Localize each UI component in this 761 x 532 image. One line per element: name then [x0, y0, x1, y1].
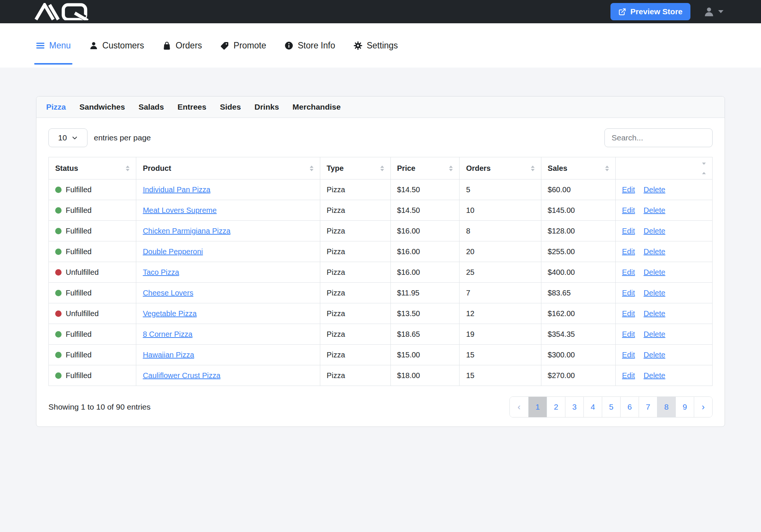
pagination-prev[interactable]: ‹ — [510, 397, 528, 417]
edit-link[interactable]: Edit — [622, 227, 635, 235]
person-icon — [89, 41, 98, 50]
pagination-page-9[interactable]: 9 — [675, 397, 694, 417]
tab-pizza[interactable]: Pizza — [46, 102, 66, 112]
nav-item-orders[interactable]: Orders — [162, 23, 202, 68]
nav-item-promote[interactable]: Promote — [220, 23, 266, 68]
delete-link[interactable]: Delete — [643, 227, 665, 235]
column-header-status[interactable]: Status — [49, 157, 136, 179]
pagination-page-6[interactable]: 6 — [620, 397, 639, 417]
product-link[interactable]: Hawaiian Pizza — [143, 351, 194, 359]
edit-link[interactable]: Edit — [622, 268, 635, 276]
tab-sides[interactable]: Sides — [220, 102, 241, 112]
pagination-page-7[interactable]: 7 — [639, 397, 657, 417]
pagination-page-5[interactable]: 5 — [602, 397, 620, 417]
nav-label: Promote — [234, 41, 266, 51]
delete-link[interactable]: Delete — [643, 185, 665, 194]
product-cell: 8 Corner Pizza — [136, 324, 320, 345]
product-cell: Cheese Lovers — [136, 283, 320, 303]
price-cell: $11.95 — [390, 283, 460, 303]
column-header-type[interactable]: Type — [320, 157, 390, 179]
price-cell: $13.50 — [390, 303, 460, 324]
pagination-page-4[interactable]: 4 — [583, 397, 602, 417]
preview-store-button[interactable]: Preview Store — [610, 3, 690, 20]
actions-cell: EditDelete — [615, 200, 712, 221]
product-link[interactable]: Vegetable Pizza — [143, 309, 196, 318]
column-header-product[interactable]: Product — [136, 157, 320, 179]
delete-link[interactable]: Delete — [643, 247, 665, 256]
column-header-orders[interactable]: Orders — [460, 157, 541, 179]
edit-link[interactable]: Edit — [622, 289, 635, 297]
delete-link[interactable]: Delete — [643, 351, 665, 359]
delete-link[interactable]: Delete — [643, 371, 665, 380]
product-link[interactable]: Cheese Lovers — [143, 289, 193, 297]
pagination-page-8[interactable]: 8 — [657, 397, 675, 417]
account-menu[interactable] — [703, 6, 723, 18]
status-cell: Fulfilled — [49, 221, 136, 241]
tab-sandwiches[interactable]: Sandwiches — [80, 102, 125, 112]
type-cell: Pizza — [320, 324, 390, 345]
product-link[interactable]: Chicken Parmigiana Pizza — [143, 227, 230, 235]
status-cell: Unfulfilled — [49, 262, 136, 283]
main-nav: Menu Customers Orders Promote Store Info — [0, 23, 761, 68]
status-dot — [55, 249, 62, 255]
edit-link[interactable]: Edit — [622, 351, 635, 359]
tab-salads[interactable]: Salads — [139, 102, 164, 112]
status-label: Fulfilled — [66, 206, 92, 214]
product-link[interactable]: 8 Corner Pizza — [143, 330, 192, 338]
pagination-next[interactable]: › — [694, 397, 712, 417]
tab-drinks[interactable]: Drinks — [255, 102, 279, 112]
delete-link[interactable]: Delete — [643, 330, 665, 338]
column-header-sales[interactable]: Sales — [541, 157, 615, 179]
pagination-page-3[interactable]: 3 — [565, 397, 583, 417]
price-cell: $14.50 — [390, 200, 460, 221]
table-row: Fulfilled Cheese Lovers Pizza $11.95 7 $… — [49, 283, 713, 303]
product-link[interactable]: Double Pepperoni — [143, 247, 203, 256]
price-cell: $14.50 — [390, 179, 460, 200]
status-label: Fulfilled — [66, 185, 92, 194]
pagination-page-1[interactable]: 1 — [528, 397, 547, 417]
edit-link[interactable]: Edit — [622, 185, 635, 194]
status-dot — [55, 310, 62, 317]
nav-label: Orders — [176, 41, 202, 51]
column-header-price[interactable]: Price — [390, 157, 460, 179]
edit-link[interactable]: Edit — [622, 371, 635, 380]
product-cell: Taco Pizza — [136, 262, 320, 283]
category-tabs: Pizza Sandwiches Salads Entrees Sides Dr… — [36, 96, 725, 118]
status-dot — [55, 352, 62, 358]
nav-item-menu[interactable]: Menu — [36, 23, 71, 68]
nav-item-customers[interactable]: Customers — [89, 23, 144, 68]
product-cell: Vegetable Pizza — [136, 303, 320, 324]
tab-merchandise[interactable]: Merchandise — [292, 102, 341, 112]
search-input[interactable] — [604, 128, 713, 147]
edit-link[interactable]: Edit — [622, 330, 635, 338]
delete-link[interactable]: Delete — [643, 206, 665, 214]
status-cell: Fulfilled — [49, 324, 136, 345]
delete-link[interactable]: Delete — [643, 268, 665, 276]
column-header-actions[interactable] — [615, 157, 712, 179]
tab-entrees[interactable]: Entrees — [178, 102, 206, 112]
table-row: Fulfilled Cauliflower Crust Pizza Pizza … — [49, 365, 713, 386]
delete-link[interactable]: Delete — [643, 309, 665, 318]
nav-item-store-info[interactable]: Store Info — [284, 23, 335, 68]
actions-cell: EditDelete — [615, 179, 712, 200]
product-link[interactable]: Taco Pizza — [143, 268, 179, 276]
sales-cell: $300.00 — [541, 345, 615, 365]
sales-cell: $60.00 — [541, 179, 615, 200]
product-link[interactable]: Individual Pan Pizza — [143, 185, 210, 194]
sort-icon — [605, 166, 609, 171]
actions-cell: EditDelete — [615, 283, 712, 303]
status-cell: Fulfilled — [49, 283, 136, 303]
nav-item-settings[interactable]: Settings — [353, 23, 398, 68]
page-size-select[interactable]: 10 — [48, 128, 87, 147]
edit-link[interactable]: Edit — [622, 309, 635, 318]
shopping-bag-icon — [162, 41, 172, 50]
brand-logo[interactable] — [34, 3, 95, 20]
delete-link[interactable]: Delete — [643, 289, 665, 297]
edit-link[interactable]: Edit — [622, 247, 635, 256]
product-cell: Cauliflower Crust Pizza — [136, 365, 320, 386]
edit-link[interactable]: Edit — [622, 206, 635, 214]
orders-cell: 10 — [460, 200, 541, 221]
product-link[interactable]: Cauliflower Crust Pizza — [143, 371, 220, 380]
product-link[interactable]: Meat Lovers Supreme — [143, 206, 217, 214]
pagination-page-2[interactable]: 2 — [547, 397, 565, 417]
